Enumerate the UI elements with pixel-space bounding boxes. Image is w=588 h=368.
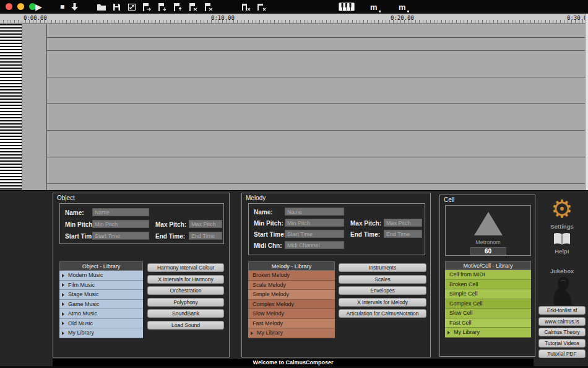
library-item-label: Scale Melody bbox=[253, 282, 286, 288]
cell-library: Motive/Cell - Library Cell from MIDI Bro… bbox=[445, 261, 531, 338]
melody-midi-channel-input[interactable] bbox=[285, 241, 344, 249]
melody-library-item[interactable]: Complex Melody bbox=[248, 300, 335, 310]
keyboard-button[interactable] bbox=[339, 0, 355, 14]
melody-library-item[interactable]: Slow Melody bbox=[248, 309, 335, 319]
cell-library-item[interactable]: My Library bbox=[445, 328, 531, 338]
erki-tonlist-button[interactable]: Erki-tonlist sf bbox=[538, 306, 586, 315]
settings-label: Settings bbox=[536, 223, 588, 230]
toolbar: ▶ ■ bbox=[0, 0, 588, 14]
scales-button[interactable]: Scales bbox=[339, 275, 426, 284]
metronome-marker-button-1[interactable]: m bbox=[370, 0, 381, 14]
metronome-icon[interactable] bbox=[474, 212, 503, 235]
articulation-for-calmusnotation-button[interactable]: Articulation for CalmusNotation bbox=[339, 309, 426, 318]
help-button[interactable] bbox=[536, 232, 588, 248]
notes-tool-button-2[interactable] bbox=[256, 0, 267, 14]
library-item-label: Atmo Music bbox=[68, 310, 97, 317]
object-start-time-input[interactable] bbox=[92, 232, 149, 240]
cell-library-item[interactable]: Broken Cell bbox=[445, 280, 531, 290]
disclosure-icon bbox=[251, 331, 253, 335]
tutorial-pdf-button[interactable]: Tutorial PDF bbox=[538, 349, 586, 358]
clip-tool-button-1[interactable] bbox=[141, 0, 152, 14]
object-max-pitch-input[interactable] bbox=[189, 220, 222, 228]
melody-library-item[interactable]: Broken Melody bbox=[248, 271, 335, 281]
library-item-label: Simple Cell bbox=[449, 291, 478, 297]
object-end-time-label: End Time: bbox=[155, 233, 185, 240]
metronome-marker-icon-2: m bbox=[399, 2, 409, 12]
minimize-window-button[interactable] bbox=[17, 3, 24, 10]
load-sound-button[interactable]: Load Sound bbox=[147, 321, 224, 330]
object-library-item[interactable]: My Library bbox=[59, 328, 143, 338]
play-button[interactable]: ▶ bbox=[35, 0, 42, 14]
metronome-label: Metronom bbox=[446, 239, 530, 245]
download-button[interactable] bbox=[71, 0, 79, 14]
clip-tool-button-4[interactable] bbox=[188, 0, 199, 14]
melody-library-item[interactable]: Scale Melody bbox=[248, 281, 335, 291]
melody-library-item[interactable]: Simple Melody bbox=[248, 290, 335, 300]
metronome-value[interactable]: 60 bbox=[470, 247, 506, 255]
object-name-input[interactable] bbox=[92, 208, 149, 216]
object-min-pitch-input[interactable] bbox=[92, 220, 149, 228]
library-item-label: Game Music bbox=[68, 301, 100, 307]
open-file-button[interactable] bbox=[97, 0, 106, 14]
calmus-website-button[interactable]: www.calmus.is bbox=[538, 317, 586, 326]
object-library-item[interactable]: Stage Music bbox=[59, 290, 143, 300]
close-window-button[interactable] bbox=[6, 3, 12, 10]
settings-gear-icon[interactable]: ⚙ bbox=[536, 196, 588, 222]
metronome-marker-button-2[interactable]: m bbox=[399, 0, 409, 14]
clip-tool-button-2[interactable] bbox=[157, 0, 168, 14]
melody-library-item[interactable]: Fast Melody bbox=[248, 319, 335, 329]
arrangement-area[interactable] bbox=[0, 24, 588, 190]
melody-name-input[interactable] bbox=[285, 208, 344, 216]
melody-start-time-input[interactable] bbox=[285, 230, 344, 238]
instruments-button[interactable]: Instruments bbox=[339, 263, 426, 272]
save-button[interactable] bbox=[113, 0, 121, 14]
object-library-item[interactable]: Modern Music bbox=[59, 271, 143, 281]
object-library-item[interactable]: Film Music bbox=[59, 281, 143, 291]
cell-library-header: Motive/Cell - Library bbox=[445, 261, 531, 270]
object-end-time-input[interactable] bbox=[189, 232, 222, 240]
library-item-label: My Library bbox=[257, 330, 283, 336]
library-item-label: Complex Melody bbox=[253, 301, 294, 307]
jukebox-button[interactable] bbox=[536, 275, 588, 307]
notes-tool-button-1[interactable] bbox=[240, 0, 251, 14]
cell-library-item[interactable]: Fast Cell bbox=[445, 318, 531, 328]
object-library-item[interactable]: Atmo Music bbox=[59, 309, 143, 319]
cell-panel-title: Cell bbox=[444, 196, 454, 203]
cell-library-item[interactable]: Cell from MIDI bbox=[445, 270, 531, 280]
x-intervals-for-melody-button[interactable]: X Intervals for Melody bbox=[339, 298, 426, 307]
help-label: Help! bbox=[536, 248, 588, 255]
calmus-theory-button[interactable]: Calmus Theory bbox=[538, 328, 586, 336]
object-panel: Object Name: Min Pitch: Max Pitch: Start… bbox=[53, 193, 230, 357]
tutorial-videos-button[interactable]: Tutorial Videos bbox=[538, 339, 586, 348]
cell-library-item[interactable]: Slow Cell bbox=[445, 309, 531, 318]
x-intervals-for-harmony-button[interactable]: X Intervals for Harmony bbox=[147, 275, 224, 284]
cell-library-item[interactable]: Complex Cell bbox=[445, 299, 531, 309]
polyphony-button[interactable]: Polyphony bbox=[147, 298, 224, 307]
orchestration-button[interactable]: Orchestration bbox=[147, 286, 224, 295]
track-grid[interactable] bbox=[46, 24, 585, 190]
piano-roll-strip[interactable] bbox=[0, 24, 22, 190]
stop-icon: ■ bbox=[60, 0, 64, 14]
melody-min-pitch-input[interactable] bbox=[285, 219, 344, 227]
stop-button[interactable]: ■ bbox=[60, 0, 64, 14]
timeline-ruler[interactable]: 0:00.00 0:10.00 0:20.00 0:30.0 bbox=[0, 14, 588, 24]
object-library-item[interactable]: Old Music bbox=[59, 319, 143, 329]
vertical-scrollbar[interactable] bbox=[585, 14, 588, 190]
jukebox-label: Jukebox bbox=[536, 268, 588, 274]
cell-library-item[interactable]: Simple Cell bbox=[445, 289, 531, 299]
clip-tool-button-5[interactable] bbox=[203, 0, 214, 14]
calmus-composer-window: ▶ ■ bbox=[0, 0, 588, 368]
melody-end-time-input[interactable] bbox=[384, 230, 422, 238]
clip-arrow-right-icon bbox=[141, 2, 152, 12]
clip-tool-button-3[interactable] bbox=[172, 0, 183, 14]
melody-max-pitch-input[interactable] bbox=[384, 219, 422, 227]
envelopes-button[interactable]: Envelopes bbox=[339, 286, 426, 295]
melody-library-item[interactable]: My Library bbox=[248, 328, 335, 338]
export-button[interactable] bbox=[128, 0, 136, 14]
harmony-interval-colour-button[interactable]: Harmony Interval Colour bbox=[147, 263, 224, 272]
library-item-label: Broken Cell bbox=[449, 281, 478, 287]
soundbank-button[interactable]: SoundBank bbox=[147, 309, 224, 318]
export-icon bbox=[128, 3, 136, 11]
object-library-item[interactable]: Game Music bbox=[59, 300, 143, 310]
clip-arrow-down-icon bbox=[157, 2, 168, 12]
